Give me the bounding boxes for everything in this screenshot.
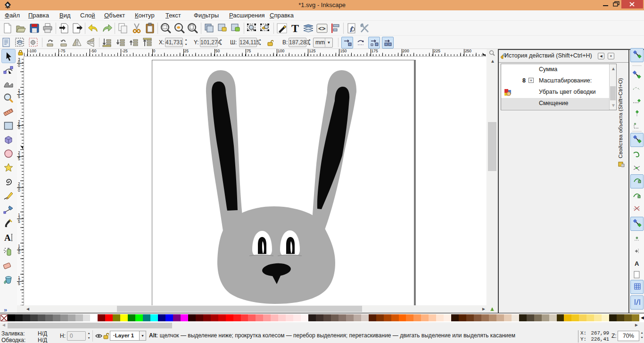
svg-text:<>: <>	[318, 25, 326, 33]
svg-text:A: A	[4, 233, 11, 243]
svg-text:A: A	[635, 260, 639, 267]
svg-text:T: T	[291, 22, 299, 34]
